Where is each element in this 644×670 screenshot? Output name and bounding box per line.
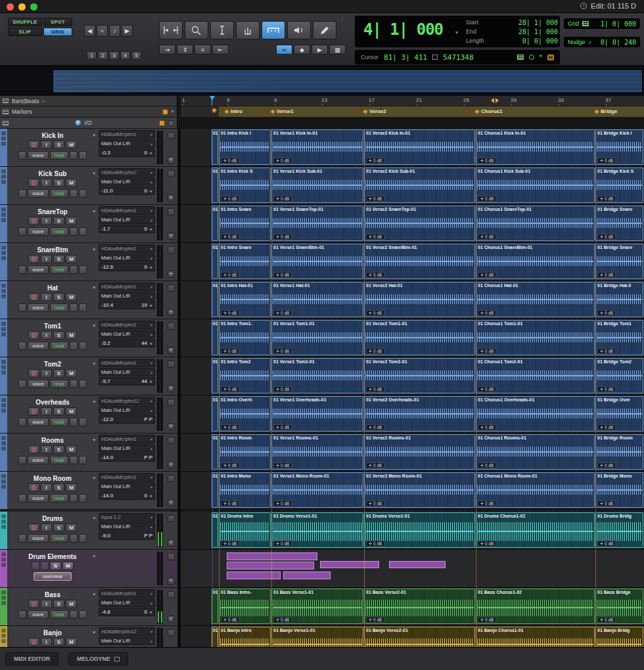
track-color-strip[interactable] [0, 550, 7, 587]
audio-clip[interactable]: 01 Verse1 Kick In-010 dB [271, 129, 363, 165]
clip-gain-badge[interactable]: 0 dB [273, 310, 292, 316]
record-enable-button[interactable] [28, 638, 39, 646]
track-view-selector[interactable]: wave [28, 227, 49, 236]
audio-clip[interactable]: 01 Bridge Tom20 dB [595, 358, 643, 393]
timeline-selection-caret[interactable] [491, 98, 499, 103]
clip-gain-badge[interactable]: 0 dB [273, 196, 292, 202]
audio-clip[interactable]: 01 Bridge Kick S0 dB [595, 168, 643, 203]
clip-gain-badge[interactable]: 0 dB [597, 501, 616, 506]
automation-mode-button[interactable]: read [50, 189, 68, 198]
mute-button[interactable]: M [66, 331, 77, 340]
clip-gain-badge[interactable]: 0 dB [273, 424, 292, 430]
record-enable-button[interactable] [28, 179, 39, 187]
automation-mode-button[interactable]: read [50, 418, 68, 426]
volume-pan-display[interactable]: -0.30◄ [99, 148, 155, 157]
track-freeze-button[interactable] [168, 629, 175, 636]
clip-gain-badge[interactable]: 0 dB [478, 196, 496, 202]
clip-gain-badge[interactable]: 0 dB [597, 617, 616, 623]
clip-gain-badge[interactable]: 0 dB [478, 234, 496, 240]
timebase-button[interactable] [18, 456, 26, 464]
tab-melodyne[interactable]: MELODYNE [68, 652, 128, 665]
output-selector[interactable]: Main Out L/R▴ [99, 368, 155, 376]
main-counter-display[interactable]: 4| 1| 000 [363, 20, 443, 39]
track-name[interactable]: Kick Sub▾ [9, 168, 97, 177]
marker-focus-button[interactable] [162, 109, 168, 115]
clip-gain-badge[interactable]: 0 dB [273, 386, 292, 392]
trim-tool-button[interactable] [159, 21, 183, 39]
audio-clip[interactable]: 01 Verse1 Hat-010 dB [271, 282, 363, 317]
add-lane-button[interactable]: + [168, 347, 175, 354]
zoom-preset-3[interactable]: 3 [109, 51, 119, 60]
automation-mode-button[interactable]: read [50, 265, 68, 274]
timebase-button[interactable] [18, 189, 26, 198]
grid-display-toggle-button[interactable]: ▦ [329, 45, 346, 55]
track-freeze-button[interactable] [168, 553, 175, 560]
input-monitor-button[interactable]: I [41, 445, 52, 454]
track-name[interactable]: Bass▾ [9, 589, 97, 598]
zoom-preset-4[interactable]: 4 [120, 51, 130, 60]
add-lane-button[interactable]: + [168, 539, 175, 547]
grid-label[interactable]: Grid [568, 20, 579, 27]
audio-clip[interactable]: 01 Verse1 SnareBtm-010 dB [271, 244, 363, 279]
output-selector[interactable]: Main Out L/R▴ [99, 177, 155, 186]
midi-patch-button[interactable] [41, 562, 49, 570]
output-selector[interactable]: Main Out L/R▴ [99, 522, 155, 531]
output-selector[interactable]: Main Out L/R▴ [99, 482, 155, 491]
elastic-audio-button[interactable] [70, 534, 78, 543]
track-freeze-button[interactable] [168, 591, 175, 598]
track-color-strip[interactable] [0, 626, 7, 647]
clip-gain-badge[interactable]: 0 dB [366, 158, 384, 164]
playlist-button[interactable] [79, 456, 87, 464]
clip-gain-badge[interactable]: 0 dB [221, 158, 239, 164]
record-enable-button[interactable] [28, 407, 39, 416]
audio-clip[interactable]: 01 Verse1 Tom1-010 dB [271, 320, 363, 355]
audio-clip[interactable]: 01 Bridge Over0 dB [595, 396, 643, 432]
audio-clip[interactable]: 01 [212, 282, 218, 317]
clip-gain-badge[interactable]: 0 dB [273, 234, 292, 240]
audio-clip[interactable]: 01 Bass Chorus1-020 dB [476, 589, 595, 624]
record-enable-button[interactable] [28, 217, 39, 225]
spot-mode-button[interactable]: SPOT [43, 18, 72, 26]
playlist-button[interactable] [79, 610, 87, 619]
track-list-options-button[interactable] [168, 120, 174, 126]
track-name[interactable]: SnareBtm▾ [9, 244, 97, 254]
track-name[interactable]: SnareTop▾ [9, 206, 97, 215]
track-view-selector[interactable]: wave [28, 418, 49, 426]
timebase-button[interactable] [18, 342, 26, 350]
clip-gain-badge[interactable]: 0 dB [273, 272, 292, 278]
automation-mode-button[interactable]: read [50, 342, 68, 350]
record-enable-button[interactable] [28, 369, 39, 378]
audio-clip[interactable]: 01 Verse2 Overheads-010 dB [364, 396, 475, 432]
audio-clip[interactable]: 01 Verse2 SnareBtm-010 dB [364, 244, 475, 279]
playlist-button[interactable] [79, 418, 87, 426]
track-name[interactable]: Mono Room▾ [9, 472, 97, 482]
clip-gain-badge[interactable]: 0 dB [478, 617, 496, 623]
clip-gain-badge[interactable]: 0 dB [366, 348, 384, 354]
audio-clip[interactable]: 01 Intro Snare0 dB [219, 206, 271, 241]
track-freeze-button[interactable] [168, 246, 175, 254]
solo-button[interactable]: S [53, 600, 64, 608]
add-lane-button[interactable]: + [168, 233, 175, 240]
solo-button[interactable]: S [53, 369, 64, 378]
shuffle-mode-button[interactable]: SHUFFLE [8, 18, 42, 26]
clip-gain-badge[interactable]: 0 dB [597, 348, 616, 354]
audio-clip[interactable]: 01 [212, 168, 218, 203]
timebase-button[interactable] [18, 534, 26, 543]
input-monitor-button[interactable]: I [41, 179, 52, 187]
output-selector[interactable]: Main Out L/R▴ [99, 215, 155, 224]
audio-clip[interactable]: 01 [212, 627, 218, 647]
track-color-strip[interactable] [0, 129, 7, 166]
close-window-button[interactable] [7, 3, 14, 11]
clip-gain-badge[interactable]: 0 dB [597, 234, 616, 240]
mute-button[interactable]: M [66, 293, 77, 302]
volume-pan-display[interactable]: -14.0P P [99, 453, 155, 462]
automation-mode-button[interactable]: read [50, 494, 68, 502]
clip-gain-badge[interactable]: 0 dB [221, 541, 239, 547]
volume-pan-display[interactable]: -5.244◄ [99, 339, 155, 347]
clip-gain-badge[interactable]: 0 dB [273, 462, 292, 468]
clip-gain-badge[interactable]: 0 dB [273, 348, 292, 354]
link-timeline-edit-button[interactable]: ∞ [276, 45, 292, 55]
add-lane-button[interactable]: + [168, 309, 175, 316]
playlist-button[interactable] [79, 494, 87, 502]
track-freeze-button[interactable] [168, 132, 175, 139]
